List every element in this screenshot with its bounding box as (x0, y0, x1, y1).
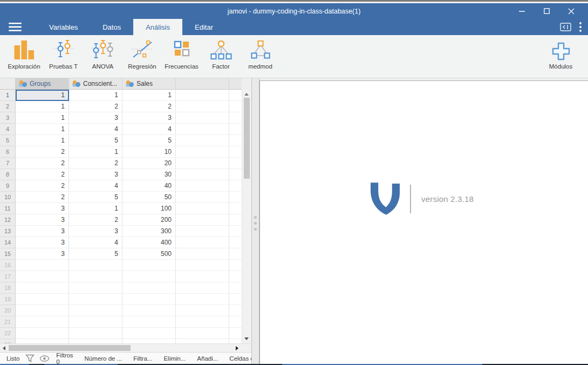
cell-empty[interactable] (176, 226, 229, 237)
cell-empty[interactable] (229, 203, 242, 214)
cell[interactable] (69, 339, 122, 343)
cell-empty[interactable] (229, 90, 242, 101)
row-number[interactable]: 10 (0, 192, 16, 203)
tab-variables[interactable]: Variables (37, 19, 90, 35)
filter-funnel-icon[interactable] (25, 354, 35, 362)
scroll-left-icon[interactable] (3, 346, 5, 350)
cell[interactable]: 3 (122, 112, 176, 124)
cell[interactable] (16, 260, 69, 271)
cell[interactable] (69, 305, 122, 316)
cell-empty[interactable] (176, 203, 229, 214)
cell[interactable]: 30 (122, 169, 176, 180)
grid-corner-cell[interactable] (0, 78, 16, 90)
cell[interactable]: 3 (16, 214, 69, 226)
cell[interactable] (122, 282, 176, 294)
cell-empty[interactable] (176, 282, 229, 294)
cell-empty[interactable] (176, 135, 229, 146)
medmod-button[interactable]: medmod (241, 38, 280, 70)
cell[interactable]: 3 (69, 169, 122, 180)
cell[interactable] (16, 271, 69, 282)
cell-empty[interactable] (229, 282, 242, 294)
cell-empty[interactable] (229, 169, 242, 180)
cell-empty[interactable] (229, 192, 242, 203)
cell[interactable]: 1 (16, 112, 69, 124)
cell-empty[interactable] (229, 248, 242, 260)
cell[interactable]: 400 (122, 237, 176, 248)
cell[interactable] (69, 316, 122, 328)
cell[interactable]: 2 (16, 158, 69, 169)
cell[interactable]: 3 (16, 237, 69, 248)
tab-analisis[interactable]: Análisis (133, 19, 182, 35)
cell[interactable]: 200 (122, 214, 176, 226)
horizontal-scrollbar-thumb[interactable] (9, 345, 131, 351)
cell-empty[interactable] (176, 101, 229, 112)
cell-empty[interactable] (229, 214, 242, 226)
hamburger-menu-icon[interactable] (0, 19, 30, 35)
cell-empty[interactable] (229, 101, 242, 112)
row-number[interactable]: 17 (0, 271, 16, 282)
cell-empty[interactable] (176, 339, 229, 343)
cell-empty[interactable] (229, 305, 242, 316)
pruebas-t-button[interactable]: Pruebas T (44, 38, 83, 70)
cell[interactable]: 2 (122, 101, 176, 112)
row-number[interactable]: 18 (0, 282, 16, 294)
cell-empty[interactable] (176, 271, 229, 282)
cell[interactable]: 1 (16, 124, 69, 135)
scroll-up-icon[interactable] (244, 93, 249, 96)
scroll-right-icon[interactable] (236, 346, 238, 350)
row-number[interactable]: 20 (0, 305, 16, 316)
column-header-groups[interactable]: Groups (16, 78, 69, 90)
cell-empty[interactable] (229, 226, 242, 237)
tab-editar[interactable]: Editar (182, 19, 225, 35)
cell[interactable]: 2 (16, 169, 69, 180)
cell[interactable]: 1 (16, 135, 69, 146)
cell-empty[interactable] (176, 316, 229, 328)
row-number[interactable]: 21 (0, 316, 16, 328)
row-number[interactable]: 14 (0, 237, 16, 248)
cell-empty[interactable] (176, 294, 229, 305)
row-number[interactable]: 9 (0, 180, 16, 192)
cell-empty[interactable] (229, 260, 242, 271)
cell[interactable] (69, 282, 122, 294)
cell[interactable] (122, 305, 176, 316)
anova-button[interactable]: ANOVA (83, 38, 122, 70)
cell[interactable]: 5 (69, 192, 122, 203)
cell[interactable]: 5 (122, 135, 176, 146)
cell[interactable]: 1 (69, 146, 122, 158)
cell[interactable]: 2 (16, 146, 69, 158)
cell[interactable] (122, 316, 176, 328)
cell-empty[interactable] (229, 112, 242, 124)
cell[interactable]: 10 (122, 146, 176, 158)
cell-empty[interactable] (176, 260, 229, 271)
row-number[interactable]: 23 (0, 339, 16, 343)
cell-empty[interactable] (176, 192, 229, 203)
cell[interactable]: 4 (122, 124, 176, 135)
factor-button[interactable]: Factor (201, 38, 241, 70)
cell-empty[interactable] (176, 180, 229, 192)
cell-empty[interactable] (176, 305, 229, 316)
cell[interactable]: 100 (122, 203, 176, 214)
empty-column-header[interactable] (229, 78, 242, 90)
cell[interactable]: 3 (69, 112, 122, 124)
row-number[interactable]: 22 (0, 328, 16, 339)
cell[interactable]: 50 (122, 192, 176, 203)
cell[interactable]: 500 (122, 248, 176, 260)
cell-empty[interactable] (176, 328, 229, 339)
tab-datos[interactable]: Datos (90, 19, 133, 35)
cell-empty[interactable] (229, 124, 242, 135)
cell[interactable] (16, 294, 69, 305)
cell[interactable] (16, 328, 69, 339)
cell-empty[interactable] (176, 214, 229, 226)
cell-empty[interactable] (229, 294, 242, 305)
cell[interactable]: 2 (16, 180, 69, 192)
cell[interactable] (69, 271, 122, 282)
cell-empty[interactable] (176, 158, 229, 169)
cell[interactable] (69, 294, 122, 305)
modules-button[interactable]: Módulos (541, 38, 580, 70)
cell-empty[interactable] (176, 237, 229, 248)
empty-column-header[interactable] (176, 78, 229, 90)
cell[interactable]: 5 (69, 135, 122, 146)
cell[interactable]: 2 (69, 101, 122, 112)
cell-empty[interactable] (176, 124, 229, 135)
cell-empty[interactable] (229, 135, 242, 146)
